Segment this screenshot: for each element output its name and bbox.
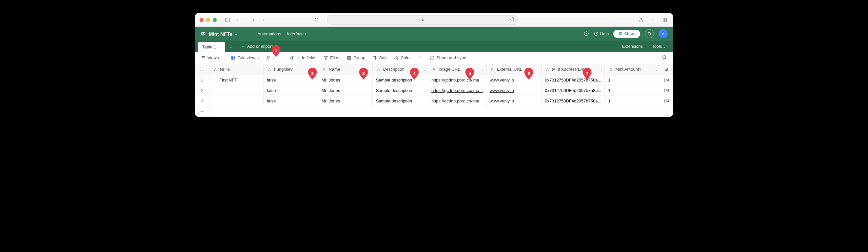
chevron-down-icon[interactable]: ⌄	[536, 67, 539, 71]
share-button[interactable]: Share	[613, 30, 640, 38]
filter-button[interactable]: Filter	[321, 54, 342, 62]
extensions-button[interactable]: Extensions	[617, 44, 647, 49]
cell-nfts[interactable]: First NFT	[209, 75, 263, 85]
cell-image-url[interactable]: https://gcdnb.pbrd.co/ima...	[428, 85, 486, 96]
cell-mint-amount[interactable]: 1	[605, 96, 660, 106]
cell-name[interactable]: Mr. Jones	[318, 85, 373, 96]
tabs-overview-icon[interactable]	[661, 16, 669, 24]
cell-fungible[interactable]: false	[263, 96, 318, 106]
notifications-button[interactable]	[645, 29, 654, 38]
table-tab-dropdown[interactable]: ⌄	[225, 44, 237, 49]
select-all-checkbox[interactable]	[195, 64, 209, 75]
cell-extra[interactable]: 1/4	[660, 85, 673, 96]
cell-fungible[interactable]: false	[263, 85, 318, 96]
cell-extra[interactable]: 1/4	[660, 96, 673, 106]
row-height-icon	[418, 56, 423, 60]
column-header-nfts[interactable]: ANFTs⌄	[209, 64, 263, 75]
column-header-external-url[interactable]: AExternal URL⌄	[486, 64, 541, 75]
people-icon[interactable]	[266, 56, 271, 60]
table-row[interactable]: 3falseMr. JonesSample descriptionhttps:/…	[195, 96, 673, 106]
column-header-name[interactable]: AName⌄	[318, 64, 373, 75]
cell-extra[interactable]: 1/4	[660, 75, 673, 85]
add-row-button[interactable]: ＋	[195, 106, 673, 116]
cell-description[interactable]: Sample description	[372, 75, 428, 85]
chevron-down-icon[interactable]: ⌄	[234, 16, 241, 24]
row-number[interactable]: 3	[195, 96, 209, 106]
add-or-import-button[interactable]: ＋Add or import	[237, 43, 277, 49]
cell-nfts[interactable]	[209, 96, 263, 106]
svg-point-13	[621, 32, 622, 33]
cell-image-url[interactable]: https://gcdnb.pbrd.co/ima...	[428, 96, 486, 106]
base-name[interactable]: Mint NFTs ⌄	[200, 31, 238, 37]
row-number[interactable]: 1	[195, 75, 209, 85]
search-button[interactable]	[662, 55, 667, 61]
history-icon[interactable]	[584, 31, 589, 36]
share-sync-button[interactable]: Share and sync	[427, 54, 468, 62]
tools-button[interactable]: Tools ⌄	[647, 44, 670, 49]
cell-mint-amount[interactable]: 1	[605, 85, 660, 96]
svg-rect-0	[225, 18, 229, 22]
cell-external-url[interactable]: www.venly.io	[486, 75, 541, 85]
color-icon	[394, 56, 399, 60]
grid-view-button[interactable]: Grid view ⌄⌄	[228, 54, 277, 62]
minimize-window-button[interactable]	[206, 18, 210, 22]
row-height-button[interactable]	[415, 54, 425, 62]
svg-point-18	[267, 56, 268, 58]
svg-rect-2	[422, 19, 424, 21]
chevron-down-icon[interactable]: ⌄	[368, 67, 370, 71]
chevron-down-icon[interactable]: ⌄	[655, 67, 658, 71]
close-window-button[interactable]	[199, 18, 204, 22]
new-tab-icon[interactable]	[649, 16, 657, 24]
cell-external-url[interactable]: www.venly.io	[486, 96, 541, 106]
sort-button[interactable]: ⇅Sort	[370, 54, 390, 62]
svg-point-25	[397, 59, 398, 59]
table-tab-active[interactable]: Table 1⌄	[198, 42, 225, 52]
views-button[interactable]: ☰Views	[198, 54, 221, 62]
table-row[interactable]: 1First NFTfalseMr. JonesSample descripti…	[195, 75, 673, 85]
cell-description[interactable]: Sample description	[372, 85, 428, 96]
chevron-down-icon[interactable]: ⌄	[259, 67, 261, 71]
address-bar[interactable]	[328, 15, 518, 25]
cell-mint-address[interactable]: 0x7312750DF4d2057b758a...	[541, 96, 605, 106]
cell-mint-address[interactable]: 0x7312750DF4d2057b758a...	[541, 75, 605, 85]
svg-marker-22	[324, 56, 328, 59]
cell-name[interactable]: Mr. Jones	[318, 96, 373, 106]
cell-fungible[interactable]: false	[263, 75, 318, 85]
base-name-text: Mint NFTs	[209, 31, 232, 37]
nav-automations[interactable]: Automations	[257, 31, 281, 36]
cell-mint-amount[interactable]: 1	[605, 75, 660, 85]
user-avatar[interactable]: A	[658, 29, 668, 38]
color-button[interactable]: Color	[392, 54, 413, 62]
svg-point-12	[619, 32, 621, 34]
cell-image-url[interactable]: https://gcdnb.pbrd.co/ima...	[428, 75, 486, 85]
sidebar-toggle-icon[interactable]	[224, 16, 231, 24]
cell-description[interactable]: Sample description	[372, 96, 428, 106]
shield-icon[interactable]	[313, 16, 320, 24]
reload-icon[interactable]	[510, 17, 515, 23]
group-button[interactable]: Group	[344, 54, 368, 62]
column-header-description[interactable]: ADescription⌄	[372, 64, 428, 75]
cell-name[interactable]: Mr. Jones	[318, 75, 373, 85]
chevron-down-icon[interactable]: ⌄	[313, 67, 316, 71]
cell-external-url[interactable]: www.venly.io	[486, 85, 541, 96]
hide-fields-button[interactable]: Hide fields	[287, 54, 319, 62]
column-header-mint-address[interactable]: AMint Address/Email⌄	[541, 64, 605, 75]
cell-nfts[interactable]	[209, 85, 263, 96]
column-header-image-url[interactable]: AImage URL⌄	[428, 64, 486, 75]
forward-button[interactable]	[260, 16, 267, 24]
row-number[interactable]: 2	[195, 85, 209, 96]
chevron-down-icon[interactable]: ⌄	[423, 67, 426, 71]
help-button[interactable]: Help	[594, 31, 609, 36]
cell-mint-address[interactable]: 0x7312750DF4d2057b758a...	[541, 85, 605, 96]
column-header-mint-amount[interactable]: AMint Amount?⌄	[605, 64, 660, 75]
column-header-fungible[interactable]: AFungible?⌄	[263, 64, 318, 75]
chevron-down-icon[interactable]: ⌄	[600, 67, 602, 71]
table-row[interactable]: 2falseMr. JonesSample descriptionhttps:/…	[195, 85, 673, 96]
maximize-window-button[interactable]	[213, 18, 217, 22]
nav-interfaces[interactable]: Interfaces	[287, 31, 306, 36]
share-icon[interactable]	[638, 16, 645, 24]
svg-point-19	[269, 56, 270, 57]
add-column-button[interactable]: ⊞	[660, 64, 673, 75]
back-button[interactable]	[250, 16, 257, 24]
chevron-down-icon[interactable]: ⌄	[482, 67, 484, 71]
